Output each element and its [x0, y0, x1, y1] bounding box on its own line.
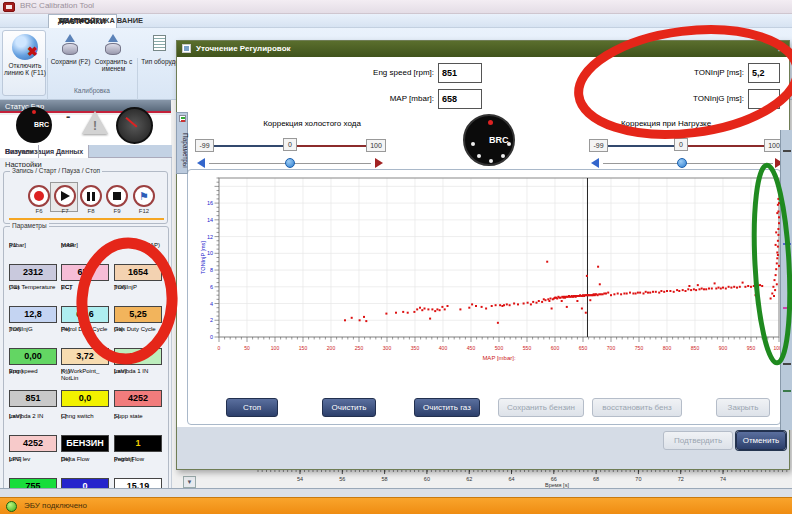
save-f2-label: Сохрани (F2)	[49, 58, 92, 65]
dialog-titlebar[interactable]: Уточнение Регулировок ✕	[177, 41, 789, 57]
toninjp-label: TONInjP [ms]:	[637, 63, 744, 83]
toninjp-field[interactable]: 5,2	[748, 63, 780, 83]
tachometer-icon	[116, 107, 153, 144]
eng-speed-field[interactable]: 851	[438, 63, 482, 83]
connection-status-bar: ЭБУ подключено	[0, 497, 792, 514]
param-value-map: 658	[61, 264, 109, 281]
dialog-icon	[182, 44, 191, 53]
load-slider-track[interactable]	[603, 163, 773, 164]
svg-text:250: 250	[355, 345, 364, 351]
close-button[interactable]: Закрыть	[716, 398, 770, 417]
load-correction-title: Коррекция при Нагрузке	[571, 119, 761, 128]
axis-tick-mark	[783, 243, 791, 245]
svg-text:74: 74	[720, 476, 726, 482]
idle-increase-arrow[interactable]	[375, 158, 383, 168]
right-axis-strip	[780, 130, 792, 430]
scatter-chart: 0501001502002503003504004505005506006507…	[198, 174, 788, 364]
idle-correction-title: Коррекция холостого хода	[217, 119, 407, 128]
calibration-group-label: Калибровка	[49, 87, 135, 94]
equipment-type-icon	[153, 35, 166, 51]
save-f2-button[interactable]: Сохрани (F2)	[49, 32, 92, 86]
param-value-petrol-duty-cycle: 3,72	[61, 348, 109, 365]
app-icon	[3, 2, 15, 12]
bottom-scroll-strip[interactable]	[0, 488, 792, 497]
fkey-label-f12: F12	[133, 208, 155, 214]
svg-text:68: 68	[593, 476, 599, 482]
disconnect-kline-label: Отключить линию К (F11)	[3, 62, 47, 76]
axis-tick-mark	[783, 363, 791, 365]
svg-text:100: 100	[271, 345, 280, 351]
svg-text:12: 12	[207, 234, 213, 240]
brc-logo: BRC	[16, 107, 52, 143]
load-slider-thumb[interactable]	[677, 158, 687, 168]
tachometer-needle	[125, 117, 137, 128]
svg-text:72: 72	[678, 476, 684, 482]
app-root: BRC Calibration Tool ПРОГРАММИРОВАНИЕНАС…	[0, 0, 792, 514]
toninjg-label: TONInjG [ms]:	[637, 89, 744, 109]
svg-text:58: 58	[382, 476, 388, 482]
tab-получен[interactable]: Получен	[0, 145, 39, 158]
svg-text:200: 200	[327, 345, 336, 351]
parameters-side-tab-label: Параметры	[177, 125, 189, 175]
param-value-supp-state: 1	[114, 435, 162, 452]
idle-neg-line	[214, 145, 283, 147]
svg-text:56: 56	[339, 476, 345, 482]
stop-button[interactable]	[106, 185, 128, 207]
time-axis-dropdown[interactable]: ▼	[183, 476, 196, 488]
pause-button[interactable]	[80, 185, 102, 207]
record-button[interactable]	[28, 185, 50, 207]
connection-led-icon	[6, 501, 17, 512]
idle-slider-thumb[interactable]	[285, 158, 295, 168]
save-as-button[interactable]: Сохранить с именем	[92, 32, 135, 86]
param-grid: P1[mbar]2312MAP[mbar]658DeltaP (P1-MAP)[…	[4, 227, 170, 493]
brc-logo-reddot-icon	[488, 120, 493, 125]
svg-text:350: 350	[411, 345, 420, 351]
fkey-label-f9: F9	[106, 208, 128, 214]
menu-bar: ПРОГРАММИРОВАНИЕНАСТРОЙКИДИАГНОСТИКАУТИЛ…	[0, 14, 792, 28]
idle-zero-box: 0	[283, 138, 297, 151]
toninjg-field[interactable]	[748, 89, 780, 109]
record-button-row: F6F7F8F9⚑F12	[4, 172, 169, 222]
disconnect-kline-button[interactable]: ✖ Отключить линию К (F11)	[2, 30, 46, 96]
window-title: BRC Calibration Tool	[20, 1, 94, 10]
pause-icon	[87, 192, 95, 201]
idle-pos-line	[297, 145, 366, 147]
svg-text:50: 50	[244, 345, 250, 351]
map-field[interactable]: 658	[438, 89, 482, 109]
flag-button[interactable]: ⚑	[133, 185, 155, 207]
load-min-label: -99	[589, 139, 608, 152]
parameters-side-tab-icon	[179, 115, 186, 122]
axis-tick-mark	[783, 307, 791, 309]
cancel-button[interactable]: Отменить	[736, 431, 786, 450]
stop-icon	[113, 192, 121, 200]
status-icons-row: BRC - !	[0, 115, 171, 145]
param-value-deltap-p1-map-: 1654	[114, 264, 162, 281]
dialog-footer: Подтвердить Отменить	[177, 427, 789, 469]
svg-text:MAP [mbar]:: MAP [mbar]:	[482, 355, 516, 361]
svg-text:62: 62	[466, 476, 472, 482]
clear-button[interactable]: Очистить	[322, 398, 376, 417]
load-decrease-arrow[interactable]	[591, 158, 599, 168]
svg-text:900: 900	[719, 345, 728, 351]
param-value-ect: 64,6	[61, 306, 109, 323]
red-x-icon: ✖	[27, 45, 38, 58]
play-button[interactable]	[54, 185, 76, 207]
orange-underline	[9, 218, 164, 220]
menu-item-утилиты[interactable]: УТИЛИТЫ	[48, 14, 105, 28]
map-label: MAP [mbar]:	[277, 89, 434, 109]
restore-petrol-button[interactable]: восстановить бенз	[592, 398, 682, 417]
save-petrol-button[interactable]: Сохранить бензин	[498, 398, 584, 417]
confirm-button[interactable]: Подтвердить	[663, 431, 733, 450]
svg-text:850: 850	[691, 345, 700, 351]
svg-text:600: 600	[551, 345, 560, 351]
left-tab-bar: ИнфоВизуализация ДанныхПолучен	[0, 145, 172, 158]
dialog-close-icon[interactable]: ✕	[774, 41, 788, 57]
svg-text:4: 4	[210, 301, 213, 307]
svg-text:700: 700	[607, 345, 616, 351]
idle-decrease-arrow[interactable]	[197, 158, 205, 168]
svg-text:550: 550	[523, 345, 532, 351]
clear-gas-button[interactable]: Очистить газ	[414, 398, 480, 417]
parameters-side-tab[interactable]: Параметры	[176, 112, 188, 174]
svg-text:60: 60	[424, 476, 430, 482]
stop-button[interactable]: Стоп	[226, 398, 278, 417]
